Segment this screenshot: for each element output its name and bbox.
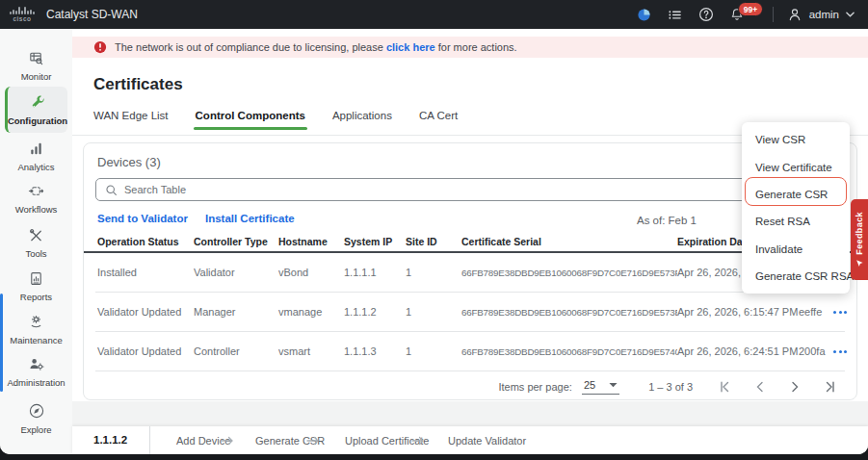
col-certificate-serial: Certificate Serial: [461, 236, 677, 247]
row-actions-menu: View CSR View Certificate Generate CSR R…: [742, 122, 850, 294]
cell-system-ip: 1.1.1.2: [344, 306, 406, 318]
arrow-right-icon: [306, 436, 321, 446]
alert-icon: [93, 40, 107, 54]
table-bottom-divider: [95, 371, 845, 371]
step-update-validator[interactable]: Update Validator: [448, 435, 526, 447]
previous-page-button[interactable]: [752, 379, 768, 395]
user-menu[interactable]: admin: [787, 7, 855, 22]
menu-item-generate-csr-rsa-4k[interactable]: Generate CSR RSA-4K: [742, 263, 850, 290]
tab-applications[interactable]: Applications: [332, 110, 392, 130]
menu-item-view-csr[interactable]: View CSR: [742, 126, 850, 153]
sidebar-label-analytics: Analytics: [17, 162, 54, 172]
table-row[interactable]: Validator Updated Manager vmanage 1.1.1.…: [84, 293, 856, 331]
license-usage-icon[interactable]: [636, 6, 653, 23]
app-title: Catalyst SD-WAN: [46, 8, 138, 21]
first-page-button[interactable]: [718, 379, 733, 395]
cell-certificate-serial: 66FB789E38DBD9EB1060068F9D7C0E716D9E5740: [461, 346, 677, 357]
cell-system-ip: 1.1.1.1: [344, 267, 406, 278]
configuration-wrench-icon: [30, 94, 46, 111]
table-header-row: Operation Status Controller Type Hostnam…: [84, 232, 856, 253]
last-page-button[interactable]: [822, 379, 837, 395]
sidebar-item-configuration[interactable]: Configuration: [5, 87, 67, 133]
monitor-icon: [28, 50, 44, 66]
caret-down-icon: [609, 382, 618, 388]
banner-click-here-link[interactable]: click here: [386, 41, 435, 53]
tab-ca-cert[interactable]: CA Cert: [419, 110, 458, 130]
sidebar-label-configuration: Configuration: [8, 115, 67, 126]
tools-icon: [28, 227, 44, 243]
items-per-page-value: 25: [584, 379, 595, 391]
notification-count-badge: 99+: [738, 2, 763, 16]
sidebar-item-maintenance[interactable]: Maintenance: [5, 314, 67, 345]
cell-uuid: 200fa: [799, 345, 831, 357]
notifications-bell-icon[interactable]: 99+: [728, 6, 746, 23]
cell-operation-status: Validator Updated: [97, 306, 194, 318]
sidebar-scrollbar[interactable]: [0, 294, 3, 392]
table-row[interactable]: Installed Validator vBond 1.1.1.1 1 66FB…: [84, 253, 856, 292]
items-per-page-select[interactable]: 25: [582, 379, 619, 395]
sidebar-label-explore: Explore: [20, 424, 51, 435]
help-icon[interactable]: [697, 6, 715, 23]
banner-text: The network is out of compliance due to …: [115, 41, 517, 53]
footer-device-ip: 1.1.1.2: [93, 434, 127, 446]
cell-certificate-serial: 66FB789E38DBD9EB1060068F9D7C0E716D9E573F: [461, 268, 677, 278]
sidebar-label-tools: Tools: [25, 248, 46, 259]
tab-control-components[interactable]: Control Components: [196, 110, 305, 130]
sidebar-item-administration[interactable]: Administration: [5, 356, 67, 388]
col-site-id: Site ID: [406, 236, 461, 247]
cell-operation-status: Validator Updated: [97, 345, 194, 357]
sidebar: Monitor Configuration Analytics Workflow…: [0, 29, 72, 454]
sidebar-item-explore[interactable]: Explore: [5, 402, 67, 435]
task-list-icon[interactable]: [667, 6, 684, 23]
sidebar-item-reports[interactable]: Reports: [5, 270, 67, 302]
sidebar-item-tools[interactable]: Tools: [5, 227, 67, 259]
sidebar-label-monitor: Monitor: [21, 71, 52, 82]
sidebar-label-administration: Administration: [7, 377, 65, 388]
next-page-button[interactable]: [787, 379, 802, 395]
cell-system-ip: 1.1.1.3: [344, 345, 406, 357]
user-name: admin: [809, 9, 839, 20]
send-to-validator-button[interactable]: Send to Validator: [97, 213, 188, 224]
row-actions-button[interactable]: [831, 307, 856, 318]
compliance-banner: The network is out of compliance due to …: [72, 37, 868, 58]
menu-item-generate-csr[interactable]: Generate CSR: [742, 181, 850, 208]
sidebar-item-analytics[interactable]: Analytics: [5, 141, 67, 172]
pagination-range: 1 – 3 of 3: [648, 381, 693, 393]
cell-hostname: vsmart: [278, 345, 344, 357]
cisco-logo-word: cisco: [13, 15, 31, 22]
col-controller-type: Controller Type: [194, 236, 278, 247]
banner-suffix: for more actions.: [438, 41, 517, 53]
col-hostname: Hostname: [278, 236, 344, 247]
maintenance-icon: [28, 314, 44, 330]
cisco-logo: cisco: [10, 7, 35, 22]
administration-icon: [28, 356, 44, 372]
menu-item-invalidate[interactable]: Invalidate: [742, 236, 850, 263]
sidebar-item-workflows[interactable]: Workflows: [5, 183, 67, 215]
reports-icon: [28, 270, 44, 287]
cell-site-id: 1: [406, 345, 461, 357]
tab-wan-edge-list[interactable]: WAN Edge List: [93, 110, 169, 130]
table-row[interactable]: Validator Updated Controller vsmart 1.1.…: [84, 332, 856, 371]
app-window: Monitor Configuration Analytics Workflow…: [0, 29, 868, 454]
user-icon: [787, 7, 802, 22]
cell-operation-status: Installed: [97, 267, 194, 278]
cell-hostname: vmanage: [278, 306, 344, 318]
as-of-timestamp: As of: Feb 1: [637, 215, 697, 226]
sidebar-label-workflows: Workflows: [15, 204, 58, 215]
install-certificate-button[interactable]: Install Certificate: [205, 213, 295, 224]
pagination: Items per page: 25 1 – 3 of 3: [84, 372, 843, 401]
cell-controller-type: Controller: [194, 345, 278, 357]
workflows-icon: [28, 183, 44, 199]
workflow-footer: 1.1.1.2 Add Device Generate CSR Upload C…: [72, 426, 868, 454]
items-per-page-label: Items per page:: [498, 381, 571, 393]
menu-item-reset-rsa[interactable]: Reset RSA: [742, 208, 850, 235]
arrow-right-icon: [411, 436, 426, 446]
col-operation-status: Operation Status: [97, 236, 194, 247]
row-actions-button[interactable]: [831, 346, 856, 357]
cell-certificate-serial: 66FB789E38DBD9EB1060068F9D7C0E716D9E573E: [461, 307, 677, 318]
sidebar-item-monitor[interactable]: Monitor: [5, 50, 67, 82]
cell-uuid: eeffe: [799, 306, 831, 318]
feedback-tab[interactable]: Feedback: [851, 199, 868, 280]
search-input[interactable]: [124, 184, 789, 195]
menu-item-view-certificate[interactable]: View Certificate: [742, 153, 850, 180]
